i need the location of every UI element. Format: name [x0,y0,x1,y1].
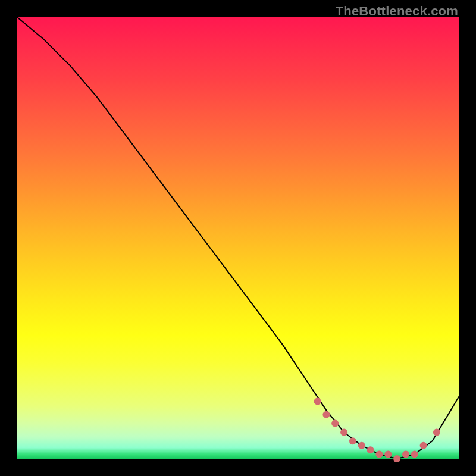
chart-stage: TheBottleneck.com [0,0,476,476]
bottleneck-curve [17,17,459,459]
dot [322,411,330,418]
watermark-text: TheBottleneck.com [336,4,458,19]
dot [402,451,409,458]
chart-overlay [17,17,459,459]
dot [340,429,347,436]
highlight-dots [314,398,440,463]
dot [393,455,400,462]
dot [411,451,418,458]
dot [349,437,356,444]
dot [367,446,374,453]
dot [375,451,383,458]
dot [314,398,321,405]
dot [358,442,365,449]
dot [384,451,392,458]
dot [433,429,440,436]
dot [420,442,427,449]
dot [331,420,339,427]
